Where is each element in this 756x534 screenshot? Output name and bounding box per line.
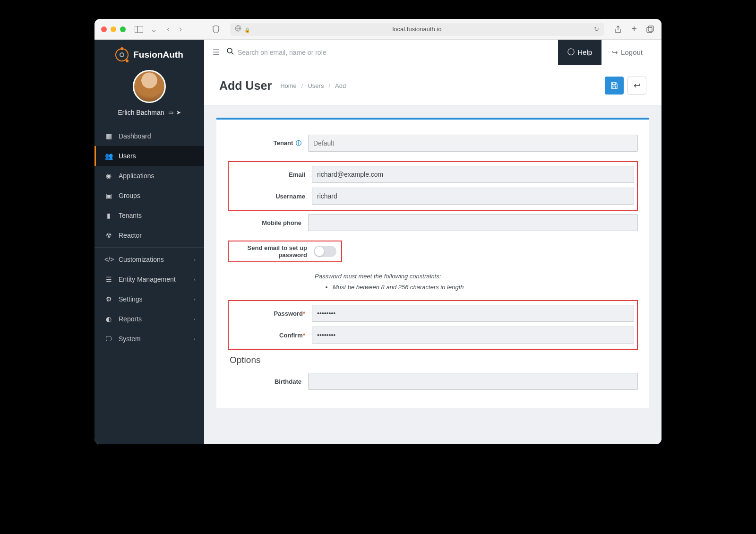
mobile-field[interactable] <box>308 214 638 231</box>
chevron-left-icon: ‹ <box>194 336 196 342</box>
new-tab-icon[interactable]: + <box>629 25 639 34</box>
chevron-left-icon: ‹ <box>194 316 196 322</box>
logout-button[interactable]: ↪ Logout <box>601 40 653 65</box>
nav-back-icon[interactable]: ‹ <box>164 24 172 34</box>
reports-icon: ◐ <box>104 315 113 323</box>
save-icon <box>610 82 618 89</box>
search <box>227 48 558 57</box>
confirm-label: Confirm <box>279 332 303 339</box>
groups-icon: ▣ <box>104 192 113 199</box>
page-header: Add User Home / Users / Add ↩ <box>204 65 662 105</box>
sidebar-item-system[interactable]: 🖵System‹ <box>94 329 204 349</box>
nav-forward-icon[interactable]: › <box>176 24 185 34</box>
search-input[interactable] <box>238 49 558 56</box>
form-panel: Tenant ⓘ Email Username <box>216 118 649 408</box>
sidebar-item-entity-management[interactable]: ☰Entity Management‹ <box>94 269 204 289</box>
email-label: Email <box>289 171 305 178</box>
chevron-left-icon: ‹ <box>194 296 196 302</box>
sidebar-item-groups[interactable]: ▣Groups <box>94 186 204 206</box>
address-bar[interactable]: 🔒 local.fusionauth.io ↻ <box>230 23 604 36</box>
profile-block: Erlich Bachman ▭ ➤ <box>94 66 204 124</box>
sidebar-item-users[interactable]: 👥Users <box>94 146 204 166</box>
collapse-sidebar-icon[interactable]: ☰ <box>213 48 219 57</box>
birthdate-label: Birthdate <box>275 378 301 385</box>
dashboard-icon: ▦ <box>104 132 113 140</box>
confirm-field[interactable] <box>312 327 634 344</box>
email-field[interactable] <box>312 166 634 183</box>
browser-window: ⌄ ‹ › 🔒 local.fusionauth.io ↻ + <box>94 19 662 444</box>
avatar[interactable] <box>133 70 166 103</box>
topbar: ☰ ⓘ Help ↪ Logout <box>204 40 662 65</box>
username-label: Username <box>275 193 305 200</box>
sidebar-item-label: Customizations <box>119 256 164 263</box>
info-icon[interactable]: ⓘ <box>296 140 301 146</box>
applications-icon: ◉ <box>104 172 113 180</box>
sidebar-item-applications[interactable]: ◉Applications <box>94 166 204 186</box>
lock-icon: 🔒 <box>244 27 250 33</box>
sidebar-item-label: Settings <box>119 295 143 303</box>
reactor-icon: ☢ <box>104 232 113 239</box>
sidebar-item-label: Dashboard <box>119 132 151 140</box>
undo-icon: ↩ <box>634 80 641 91</box>
chevron-left-icon: ‹ <box>194 276 196 282</box>
tenants-icon: ▮ <box>104 212 113 219</box>
options-title: Options <box>230 355 638 365</box>
sidebar-item-dashboard[interactable]: ▦Dashboard <box>94 126 204 146</box>
close-window-icon[interactable] <box>101 26 107 32</box>
sidebar-item-label: Applications <box>119 172 155 180</box>
breadcrumb-item: Add <box>335 82 346 89</box>
birthdate-field[interactable] <box>308 373 638 390</box>
breadcrumb-item[interactable]: Users <box>308 82 324 89</box>
tenant-label: Tenant <box>274 139 293 146</box>
sidebar-item-reactor[interactable]: ☢Reactor <box>94 225 204 245</box>
maximize-window-icon[interactable] <box>120 26 126 32</box>
save-button[interactable] <box>605 77 624 95</box>
app-sidebar: FusionAuth Erlich Bachman ▭ ➤ ▦Dashboard… <box>94 40 204 444</box>
help-button[interactable]: ⓘ Help <box>558 40 601 65</box>
sidebar-item-customizations[interactable]: </>Customizations‹ <box>94 250 204 269</box>
sidebar-item-reports[interactable]: ◐Reports‹ <box>94 309 204 329</box>
help-icon: ⓘ <box>567 48 575 57</box>
dropdown-icon[interactable]: ⌄ <box>147 24 160 34</box>
location-icon[interactable]: ➤ <box>176 109 181 116</box>
brand[interactable]: FusionAuth <box>94 40 204 66</box>
traffic-lights <box>101 26 126 32</box>
browser-titlebar: ⌄ ‹ › 🔒 local.fusionauth.io ↻ + <box>94 19 662 40</box>
send-email-toggle[interactable] <box>314 246 336 257</box>
mobile-label: Mobile phone <box>262 219 301 226</box>
tabs-icon[interactable] <box>645 25 655 34</box>
sidebar-toggle-icon[interactable] <box>134 25 144 34</box>
brand-logo-icon <box>115 48 129 61</box>
search-icon <box>227 48 234 57</box>
url-text: local.fusionauth.io <box>392 26 441 33</box>
tenant-field <box>308 135 638 152</box>
chevron-left-icon: ‹ <box>194 257 196 262</box>
sidebar-item-label: Reports <box>119 315 142 323</box>
share-icon[interactable] <box>613 25 623 34</box>
highlight-password: Password* Confirm* <box>228 300 638 350</box>
sidebar-item-label: Groups <box>119 192 140 199</box>
password-field[interactable] <box>312 305 634 322</box>
logout-icon: ↪ <box>612 48 618 57</box>
page-title: Add User <box>219 79 272 93</box>
sidebar-item-tenants[interactable]: ▮Tenants <box>94 206 204 225</box>
refresh-icon[interactable]: ↻ <box>594 26 599 33</box>
breadcrumb-item[interactable]: Home <box>280 82 297 89</box>
back-button[interactable]: ↩ <box>627 77 646 95</box>
username-field[interactable] <box>312 188 634 205</box>
sidebar-item-settings[interactable]: ⚙Settings‹ <box>94 289 204 309</box>
shield-icon[interactable] <box>211 25 221 34</box>
send-email-label: Send email to set up password <box>248 244 307 258</box>
system-icon: 🖵 <box>104 335 113 343</box>
sidebar-item-label: Users <box>119 152 136 160</box>
sidebar-item-label: Tenants <box>119 212 142 219</box>
code-icon: </> <box>104 256 113 263</box>
globe-icon: 🔒 <box>235 25 250 33</box>
sidebar-item-label: System <box>119 335 141 343</box>
sidebar-nav: ▦Dashboard👥Users◉Applications▣Groups▮Ten… <box>94 124 204 351</box>
highlight-email-username: Email Username <box>228 161 638 211</box>
password-constraints-header: Password must meet the following constra… <box>315 273 638 280</box>
vcard-icon[interactable]: ▭ <box>168 109 173 116</box>
brand-name: FusionAuth <box>133 50 183 60</box>
minimize-window-icon[interactable] <box>111 26 116 32</box>
